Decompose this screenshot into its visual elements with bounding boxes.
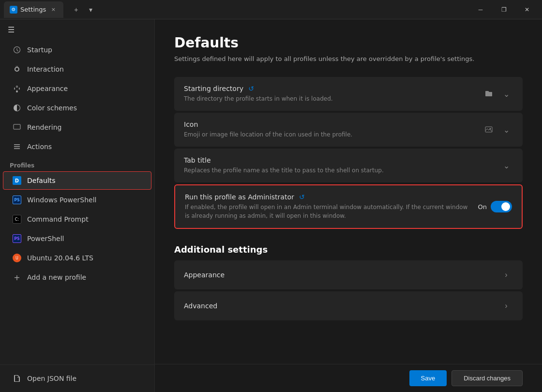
sidebar-item-startup[interactable]: Startup [3,41,151,59]
icon-chevron-button[interactable]: ⌄ [499,123,513,136]
sidebar-item-powershell[interactable]: PS PowerShell [3,229,151,248]
hamburger-icon: ☰ [8,25,15,34]
page-title: Defaults [174,35,523,51]
ubuntu-icon: U [13,254,21,262]
powershell-icon: PS [13,234,21,243]
actions-icon [13,142,21,151]
advanced-expandable-row[interactable]: Advanced › [174,291,523,320]
run-as-admin-control: On [478,201,512,212]
tab-title-title: Tab title [184,156,490,164]
settings-tab[interactable]: ⚙ Settings × [4,1,63,18]
app-body: ☰ Startup Interaction Appearance Co [0,19,542,392]
tab-dropdown-button[interactable]: ▾ [84,3,97,16]
advanced-expandable-chevron[interactable]: › [499,299,513,313]
svg-rect-0 [14,124,20,129]
add-profile-icon: + [13,273,21,282]
starting-directory-reset-icon[interactable]: ↺ [248,85,254,92]
close-tab-button[interactable]: × [49,5,58,14]
sidebar-item-rendering[interactable]: Rendering [3,118,151,136]
open-json-file-label: Open JSON file [27,375,76,382]
starting-directory-desc: The directory the profile starts in when… [184,94,472,103]
startup-icon [13,45,21,54]
tab-title-control: ⌄ [499,159,513,172]
sidebar-item-actions[interactable]: Actions [3,137,151,156]
sidebar-item-actions-label: Actions [27,143,52,151]
sidebar-item-command-prompt-label: Command Prompt [27,215,89,223]
starting-directory-info: Starting directory ↺ The directory the p… [184,85,472,103]
starting-directory-title: Starting directory ↺ [184,85,472,92]
sidebar-item-add-profile[interactable]: + Add a new profile [3,268,151,286]
minimize-button[interactable]: ─ [469,2,492,17]
action-bar: Save Discard changes [155,364,542,392]
sidebar-item-appearance[interactable]: Appearance [3,79,151,98]
json-file-icon [13,374,21,383]
icon-row: Icon Emoji or image file location of the… [174,113,523,147]
sidebar-item-defaults-label: Defaults [27,177,55,184]
run-as-admin-info: Run this profile as Administrator ↺ If e… [185,193,468,220]
advanced-expandable-title: Advanced [184,302,217,310]
sidebar-item-defaults[interactable]: D Defaults [3,171,151,190]
additional-settings-label: Additional settings [174,244,523,255]
discard-button[interactable]: Discard changes [452,370,523,386]
color-schemes-icon [13,104,21,112]
sidebar-item-windows-powershell-label: Windows PowerShell [27,196,96,204]
sidebar-item-add-profile-label: Add a new profile [27,273,86,281]
page-subtitle: Settings defined here will apply to all … [174,55,523,63]
run-as-admin-toggle[interactable] [491,201,512,212]
run-as-admin-toggle-label: On [478,203,487,211]
appearance-expandable-row[interactable]: Appearance › [174,260,523,289]
tab-title-row: Tab title Replaces the profile name as t… [174,149,523,182]
appearance-expandable-chevron[interactable]: › [499,268,513,282]
sidebar-item-rendering-label: Rendering [27,123,62,131]
save-button[interactable]: Save [409,370,447,386]
sidebar-item-interaction-label: Interaction [27,65,64,73]
sidebar-item-windows-powershell[interactable]: PS Windows PowerShell [3,191,151,209]
sidebar-item-command-prompt[interactable]: C: Command Prompt [3,210,151,228]
sidebar-footer: Open JSON file [0,364,154,392]
windows-powershell-icon: PS [13,196,21,204]
sidebar: ☰ Startup Interaction Appearance Co [0,19,155,392]
defaults-icon: D [13,176,21,185]
run-as-admin-row: Run this profile as Administrator ↺ If e… [174,184,523,229]
run-as-admin-toggle-container: On [478,201,512,212]
command-prompt-icon: C: [13,215,21,224]
sidebar-item-ubuntu-label: Ubuntu 20.04.6 LTS [27,254,93,262]
rendering-icon [13,123,21,132]
tab-title-chevron-button[interactable]: ⌄ [499,159,513,172]
maximize-button[interactable]: ❐ [493,2,515,17]
main-content: Defaults Settings defined here will appl… [155,19,542,392]
sidebar-item-interaction[interactable]: Interaction [3,60,151,78]
interaction-icon [13,65,21,74]
sidebar-item-color-schemes[interactable]: Color schemes [3,99,151,117]
titlebar: ⚙ Settings × + ▾ ─ ❐ ✕ [0,0,542,19]
appearance-expandable-title: Appearance [184,271,225,279]
sidebar-item-ubuntu[interactable]: U Ubuntu 20.04.6 LTS [3,249,151,267]
run-as-admin-desc: If enabled, the profile will open in an … [185,203,468,220]
open-json-file[interactable]: Open JSON file [3,369,151,388]
close-window-button[interactable]: ✕ [516,2,538,17]
starting-directory-control: ⌄ [482,87,513,101]
window-controls: ─ ❐ ✕ [469,2,538,17]
starting-directory-folder-button[interactable] [482,87,496,101]
icon-info: Icon Emoji or image file location of the… [184,121,472,139]
starting-directory-chevron-button[interactable]: ⌄ [499,87,513,101]
settings-tab-icon: ⚙ [10,6,17,14]
tab-title-info: Tab title Replaces the profile name as t… [184,156,490,175]
profiles-section-label: Profiles [0,156,154,171]
run-as-admin-reset-icon[interactable]: ↺ [299,193,305,201]
icon-desc: Emoji or image file location of the icon… [184,130,472,139]
tab-controls: + ▾ [69,3,97,16]
icon-image-button[interactable] [482,123,496,136]
icon-control: ⌄ [482,123,513,136]
starting-directory-row: Starting directory ↺ The directory the p… [174,77,523,111]
sidebar-item-appearance-label: Appearance [27,85,68,92]
sidebar-item-powershell-label: PowerShell [27,235,64,242]
appearance-icon [13,84,21,93]
settings-tab-label: Settings [20,6,46,13]
tab-title-desc: Replaces the profile name as the title t… [184,166,474,175]
sidebar-item-color-schemes-label: Color schemes [27,104,77,112]
hamburger-menu[interactable]: ☰ [0,19,154,40]
new-tab-button[interactable]: + [69,3,83,16]
run-as-admin-title: Run this profile as Administrator ↺ [185,193,468,201]
icon-title: Icon [184,121,472,128]
